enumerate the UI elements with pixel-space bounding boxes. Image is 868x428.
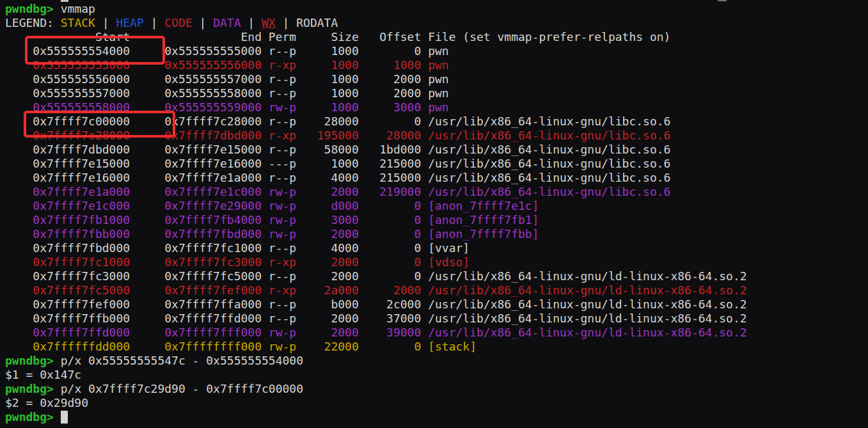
pad bbox=[421, 213, 428, 226]
pad bbox=[296, 115, 324, 128]
pad bbox=[421, 44, 428, 58]
vmmap-start-address: 0x555555555000 bbox=[33, 58, 130, 72]
vmmap-end-address: 0x7ffff7fff000 bbox=[164, 326, 262, 339]
pad bbox=[421, 199, 428, 212]
pad bbox=[421, 72, 428, 86]
output-text: $2 = 0x29d90 bbox=[5, 396, 88, 409]
vmmap-size: 1000 bbox=[331, 58, 358, 72]
output-text: $1 = 0x147c bbox=[5, 368, 81, 381]
pad bbox=[130, 115, 164, 128]
pad bbox=[421, 115, 428, 128]
vmmap-offset: 0 bbox=[414, 199, 421, 212]
pad bbox=[262, 72, 269, 86]
pad bbox=[130, 30, 241, 44]
pad bbox=[5, 255, 33, 269]
pad bbox=[130, 171, 164, 184]
pad bbox=[359, 185, 380, 198]
pad bbox=[5, 227, 33, 241]
pad bbox=[421, 340, 428, 353]
pad bbox=[130, 227, 164, 241]
pad bbox=[359, 312, 386, 325]
pad bbox=[5, 72, 33, 86]
vmmap-file: /usr/lib/x86_64-linux-gnu/libc.so.6 bbox=[428, 171, 670, 184]
vmmap-file: pwn bbox=[428, 44, 449, 58]
pad bbox=[296, 340, 324, 353]
vmmap-start-address: 0x555555554000 bbox=[33, 44, 130, 58]
vmmap-offset: 0 bbox=[414, 44, 421, 58]
pad bbox=[296, 283, 324, 297]
pad bbox=[421, 129, 428, 142]
vmmap-offset: 3000 bbox=[393, 100, 421, 114]
vmmap-row: 0x7ffff7e1c000 0x7ffff7e29000 rw-p d000 … bbox=[5, 199, 747, 213]
vmmap-offset: 1000 bbox=[393, 58, 421, 72]
pad bbox=[262, 171, 269, 184]
vmmap-start-address: 0x7ffff7e16000 bbox=[33, 171, 130, 184]
pad bbox=[5, 185, 33, 198]
pad bbox=[54, 2, 61, 15]
vmmap-row: 0x555555558000 0x555555559000 rw-p 1000 … bbox=[5, 100, 747, 115]
terminal-window[interactable]: pwndbg> vmmapLEGEND: STACK | HEAP | CODE… bbox=[0, 0, 868, 428]
terminal-output[interactable]: pwndbg> vmmapLEGEND: STACK | HEAP | CODE… bbox=[5, 2, 747, 424]
vmmap-end-address: 0x555555557000 bbox=[164, 72, 262, 86]
vmmap-perm: r--p bbox=[269, 297, 296, 311]
command-text: vmmap bbox=[61, 2, 95, 15]
vmmap-row: 0x7ffff7fc1000 0x7ffff7fc3000 r-xp 2000 … bbox=[5, 255, 747, 269]
pad bbox=[5, 44, 33, 58]
vmmap-size: b000 bbox=[331, 297, 358, 311]
vmmap-offset: 2000 bbox=[393, 86, 421, 100]
vmmap-end-address: 0x7ffff7fc1000 bbox=[164, 241, 262, 255]
pad bbox=[54, 354, 61, 367]
pad bbox=[262, 100, 269, 114]
pad bbox=[5, 297, 33, 311]
pad bbox=[421, 157, 428, 170]
vmmap-perm: rw-p bbox=[269, 185, 296, 198]
vmmap-end-address: 0x7ffff7e15000 bbox=[164, 143, 262, 156]
vmmap-file: [vvar] bbox=[428, 241, 470, 255]
vmmap-start-address: 0x7ffff7e1a000 bbox=[33, 185, 130, 198]
header-end: End bbox=[241, 30, 262, 44]
vmmap-start-address: 0x7ffff7e15000 bbox=[33, 157, 130, 170]
pad bbox=[421, 241, 428, 255]
vmmap-end-address: 0x7ffff7fc5000 bbox=[164, 269, 262, 283]
pad bbox=[262, 297, 269, 311]
vmmap-size: 2000 bbox=[331, 326, 358, 339]
output-line: $1 = 0x147c bbox=[5, 368, 747, 382]
command-text: p/x 0x55555555547c - 0x555555554000 bbox=[61, 354, 303, 367]
vmmap-end-address: 0x555555555000 bbox=[164, 44, 262, 58]
pad bbox=[359, 72, 393, 86]
vmmap-perm: rw-p bbox=[269, 213, 296, 226]
legend-item-rodata: RODATA bbox=[296, 16, 338, 29]
pad bbox=[421, 269, 428, 283]
vmmap-start-address: 0x7ffff7fbd000 bbox=[33, 241, 130, 255]
vmmap-file: pwn bbox=[428, 86, 449, 100]
pad bbox=[421, 100, 428, 114]
vmmap-end-address: 0x7ffff7fb4000 bbox=[164, 213, 262, 226]
pad bbox=[262, 255, 269, 269]
vmmap-file: pwn bbox=[428, 72, 449, 86]
text-cursor[interactable] bbox=[61, 411, 68, 424]
pad bbox=[262, 213, 269, 226]
vmmap-perm: r-xp bbox=[269, 255, 296, 269]
pad bbox=[359, 269, 414, 283]
vmmap-row: 0x7ffff7c00000 0x7ffff7c28000 r--p 28000… bbox=[5, 115, 747, 129]
pad bbox=[262, 312, 269, 325]
vmmap-start-address: 0x7ffff7fbb000 bbox=[33, 227, 130, 241]
pad bbox=[359, 157, 380, 170]
pad bbox=[5, 213, 33, 226]
header-size: Size bbox=[331, 30, 358, 44]
vmmap-start-address: 0x7ffff7fc1000 bbox=[33, 255, 130, 269]
vmmap-perm: r--p bbox=[269, 72, 296, 86]
vmmap-offset: 39000 bbox=[386, 326, 421, 339]
pad bbox=[130, 326, 164, 339]
pad bbox=[296, 227, 331, 241]
vmmap-end-address: 0x7ffffffff000 bbox=[164, 340, 262, 353]
pad bbox=[130, 213, 164, 226]
vmmap-start-address: 0x7ffff7fc5000 bbox=[33, 283, 130, 297]
vmmap-file: pwn bbox=[428, 58, 449, 72]
pad bbox=[5, 58, 33, 72]
vmmap-offset: 0 bbox=[414, 213, 421, 226]
legend-separator: | bbox=[144, 16, 165, 29]
vmmap-start-address: 0x7ffff7c00000 bbox=[33, 115, 130, 128]
vmmap-start-address: 0x7ffff7fef000 bbox=[33, 297, 130, 311]
vmmap-file: /usr/lib/x86_64-linux-gnu/ld-linux-x86-6… bbox=[428, 326, 747, 339]
